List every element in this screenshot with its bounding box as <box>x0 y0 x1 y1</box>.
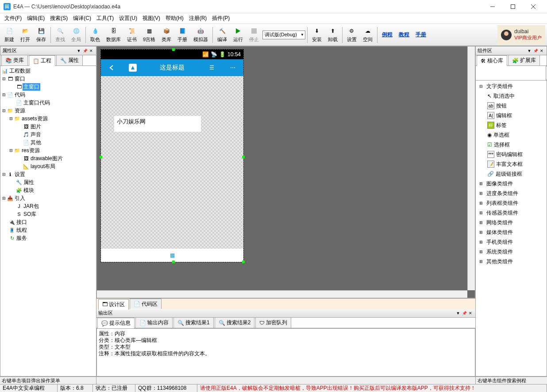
component-search-input[interactable] <box>476 66 546 75</box>
comp-label[interactable]: 标标签 <box>477 120 546 130</box>
comp-editbox[interactable]: A|编辑框 <box>477 111 546 120</box>
menu-plugin[interactable]: 插件(P) <box>209 14 232 23</box>
save-button[interactable]: 💾保存 <box>34 25 49 45</box>
install-icon: ⬇ <box>312 27 321 35</box>
scrollbar-vertical[interactable] <box>467 46 475 290</box>
uninstall-button[interactable]: ⬆卸载 <box>325 25 340 45</box>
emulator-button[interactable]: 🤖模拟器 <box>191 25 211 45</box>
dropdown-icon[interactable]: ▼ <box>455 310 461 316</box>
password-icon: *** <box>487 151 494 158</box>
menu-settings[interactable]: 设置(U) <box>116 14 140 23</box>
maximize-button[interactable] <box>503 0 523 13</box>
tab-corelib[interactable]: 🛠核心库 <box>477 55 507 66</box>
editbox-component[interactable]: 小刀娱乐网 <box>114 116 201 132</box>
examples-link[interactable]: 例程 <box>379 31 395 38</box>
tab-search2[interactable]: 🔍搜索结果2 <box>215 317 255 328</box>
manual-link[interactable]: 手册 <box>413 31 429 38</box>
comp-deselect[interactable]: ↖取消选中 <box>477 91 546 101</box>
apps-icon[interactable]: ▦ <box>170 252 175 258</box>
minimize-button[interactable] <box>482 0 503 13</box>
find-button[interactable]: 🔍查找 <box>53 25 68 45</box>
tab-extlib[interactable]: 🧩扩展库 <box>508 55 540 65</box>
findall-button[interactable]: 🌐全局 <box>69 25 84 45</box>
menu-view[interactable]: 视图(V) <box>140 14 163 23</box>
output-body[interactable]: 属性：内容 分类：核心类库—编辑框 类型：文本型 注释：本属性指定或获取相应组件… <box>96 328 475 377</box>
install-button[interactable]: ⬇安装 <box>309 25 324 45</box>
comp-password[interactable]: ***密码编辑框 <box>477 150 546 159</box>
comp-radio[interactable]: ◉单选框 <box>477 130 546 140</box>
menu-tools[interactable]: 工具(T) <box>94 14 116 23</box>
pin-icon[interactable]: 📌 <box>82 48 88 54</box>
list-icon[interactable]: ☰ <box>201 59 222 76</box>
back-icon[interactable] <box>101 59 122 76</box>
comp-hyperlink[interactable]: 🔗超级链接框 <box>477 169 546 179</box>
menu-file[interactable]: 文件(F) <box>2 14 24 23</box>
close-icon[interactable]: ✕ <box>467 310 474 316</box>
comp-richtext[interactable]: 📝丰富文本框 <box>477 159 546 169</box>
phone-preview[interactable]: 📶 📡 🔋 10:54 这是标题 ☰ ⋯ 小刀娱乐网 ▦ <box>100 49 244 262</box>
logo-icon[interactable] <box>122 59 143 76</box>
tab-classlib[interactable]: 📚类库 <box>1 55 28 65</box>
manual-button[interactable]: 📘手册 <box>175 25 190 45</box>
open-button[interactable]: 📂打开 <box>18 25 33 45</box>
cloud-icon: ☁ <box>363 27 372 35</box>
menu-help[interactable]: 帮助(H) <box>163 14 186 23</box>
component-list[interactable]: ⊟文字类组件 ↖取消选中 ab按钮 A|编辑框 标标签 ◉单选框 ☑选择框 **… <box>476 81 547 376</box>
cert-button[interactable]: 📜证书 <box>124 25 139 45</box>
avatar <box>501 30 512 40</box>
window-icon: 🗔 <box>15 84 23 90</box>
tree-main-window[interactable]: 主窗口 <box>23 83 40 91</box>
book-icon: 📘 <box>178 27 187 35</box>
tutorial-link[interactable]: 教程 <box>396 31 412 38</box>
settings-button[interactable]: ⚙设置 <box>344 25 359 45</box>
scrollbar-horizontal[interactable] <box>97 290 467 298</box>
info-icon: 💬 <box>101 320 108 327</box>
status-app: E4A中文安卓编程 <box>0 384 58 392</box>
run-button[interactable]: 运行 <box>231 25 246 45</box>
user-box[interactable]: duibai VIP商业用户 <box>497 25 545 45</box>
new-icon: 📄 <box>5 27 14 35</box>
battery-icon: 🔋 <box>219 51 226 58</box>
comp-button[interactable]: ab按钮 <box>477 101 546 111</box>
close-button[interactable] <box>523 0 543 13</box>
menu-edit[interactable]: 编辑(E) <box>24 14 47 23</box>
dropper-icon: 💧 <box>91 27 100 35</box>
colorpicker-button[interactable]: 💧取色 <box>88 25 103 45</box>
dropdown-icon[interactable]: ▼ <box>526 48 532 54</box>
close-icon[interactable]: ✕ <box>539 48 545 54</box>
space-button[interactable]: ☁空间 <box>360 25 375 45</box>
wifi-icon: 📡 <box>211 51 217 58</box>
close-icon[interactable]: ✕ <box>88 48 94 54</box>
comp-checkbox[interactable]: ☑选择框 <box>477 140 546 150</box>
tab-search1[interactable]: 🔍搜索结果1 <box>173 317 214 328</box>
project-tree[interactable]: 📊工程数据 ⊟🗔窗口 🗔主窗口 ⊟📄代码 📄主窗口代码 ⊟📁资源 ⊟📁asset… <box>0 66 96 376</box>
richtext-icon: 📝 <box>487 161 494 168</box>
code-icon: 📄 <box>134 301 140 307</box>
tab-code[interactable]: 📄代码区 <box>130 299 162 309</box>
tab-design[interactable]: 🗔设计区 <box>98 299 129 310</box>
edit-icon: A| <box>487 112 494 119</box>
tab-properties[interactable]: 🔧属性 <box>56 55 83 65</box>
database-button[interactable]: 🗄数据库 <box>104 25 123 45</box>
menu-search[interactable]: 搜索(S) <box>47 14 70 23</box>
build-type-dropdown[interactable]: 调试版(Debug) <box>262 31 305 39</box>
pin-icon[interactable]: 📌 <box>461 310 467 316</box>
menu-compile[interactable]: 编译(C) <box>70 14 94 23</box>
search-icon: 🔍 <box>56 27 65 35</box>
dropdown-icon[interactable]: ▼ <box>76 48 82 54</box>
classlib-button[interactable]: 📦类库 <box>159 25 174 45</box>
menu-register[interactable]: 注册(R) <box>186 14 210 23</box>
globe-icon: 🌐 <box>72 27 81 35</box>
left-panel-title: 属性区 <box>2 47 76 54</box>
more-icon[interactable]: ⋯ <box>222 59 243 76</box>
design-canvas[interactable]: 📶 📡 🔋 10:54 这是标题 ☰ ⋯ 小刀娱乐网 ▦ <box>96 46 475 298</box>
ninegrid-button[interactable]: ▦9宫格 <box>140 25 158 45</box>
tab-encrypt[interactable]: 🛡加密队列 <box>255 317 291 328</box>
tab-project[interactable]: 📋工程 <box>29 55 55 66</box>
compile-button[interactable]: 🔨编译 <box>215 25 230 45</box>
pin-icon[interactable]: 📌 <box>532 48 539 54</box>
new-button[interactable]: 📄新建 <box>2 25 17 45</box>
tab-output[interactable]: 📄输出内容 <box>135 317 173 328</box>
stop-button[interactable]: 停止 <box>247 25 262 45</box>
tab-hint[interactable]: 💬提示信息 <box>97 318 135 328</box>
